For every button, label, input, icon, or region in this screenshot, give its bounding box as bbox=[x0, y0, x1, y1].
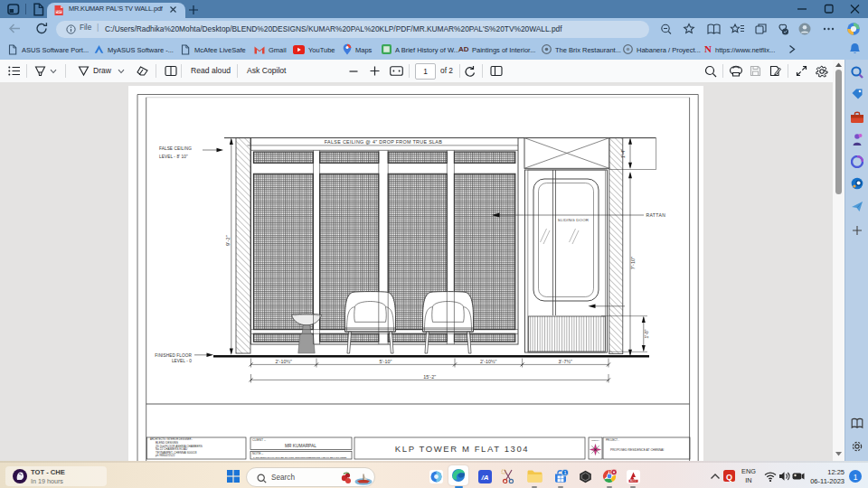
svg-text:ph 9884472522: ph 9884472522 bbox=[156, 454, 175, 457]
svg-text:1'-8": 1'-8" bbox=[644, 329, 649, 338]
svg-text:1: 1 bbox=[563, 470, 566, 475]
svg-text:/A: /A bbox=[481, 473, 489, 481]
svg-text:2'-10½": 2'-10½" bbox=[275, 359, 292, 364]
svg-text:2'-10½": 2'-10½" bbox=[480, 359, 497, 364]
svg-text:MR KUMARPAL: MR KUMARPAL bbox=[285, 444, 316, 448]
svg-text:PROJECT -: PROJECT - bbox=[606, 438, 619, 442]
svg-text:7'-10": 7'-10" bbox=[630, 257, 636, 269]
svg-text:SLIDING DOOR: SLIDING DOOR bbox=[558, 218, 589, 222]
svg-text:KLP TOWER M FLAT 1304: KLP TOWER M FLAT 1304 bbox=[395, 444, 529, 454]
svg-text:15'-2": 15'-2" bbox=[423, 374, 436, 380]
svg-text:RATTAN: RATTAN bbox=[646, 212, 666, 218]
svg-text:PROPOSED RESIDENCE AT CHENNAI: PROPOSED RESIDENCE AT CHENNAI bbox=[610, 448, 664, 452]
svg-text:9'-2": 9'-2" bbox=[225, 235, 231, 246]
svg-text:1'-4": 1'-4" bbox=[620, 149, 626, 158]
svg-text:FALSE CEILING: FALSE CEILING bbox=[159, 146, 192, 151]
svg-text:NOTE –: NOTE – bbox=[252, 452, 263, 455]
svg-text:FALSE CEILING @ 4" DROP FROM T: FALSE CEILING @ 4" DROP FROM TRUE SLAB bbox=[325, 139, 442, 145]
svg-text:5'-10": 5'-10" bbox=[379, 359, 392, 364]
svg-text:1. DRAWING SHALL NOT BE SCALED: 1. DRAWING SHALL NOT BE SCALED. WRITTEN … bbox=[253, 456, 347, 459]
svg-text:CLIENT –: CLIENT – bbox=[252, 438, 266, 442]
svg-text:FINISHED FLOOR: FINISHED FLOOR bbox=[155, 353, 192, 358]
svg-text:PDF: PDF bbox=[56, 10, 62, 14]
svg-text:NORTH: NORTH bbox=[591, 439, 599, 442]
svg-text:LEVEL - 0: LEVEL - 0 bbox=[172, 359, 192, 363]
svg-text:LEVEL - 8' 10": LEVEL - 8' 10" bbox=[159, 155, 188, 159]
svg-text:3'-7½": 3'-7½" bbox=[559, 359, 573, 364]
svg-text:AUTO: AUTO bbox=[630, 479, 637, 483]
